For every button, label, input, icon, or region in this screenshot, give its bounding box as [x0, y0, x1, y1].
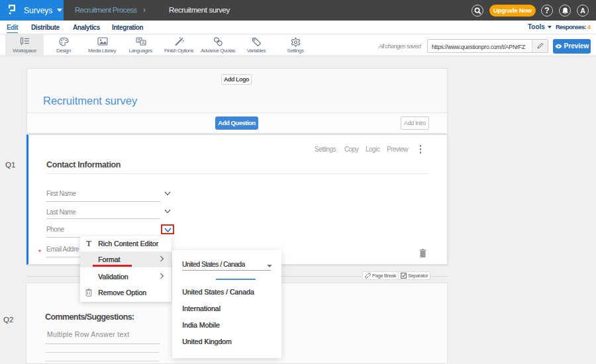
- svg-text:A: A: [142, 40, 145, 45]
